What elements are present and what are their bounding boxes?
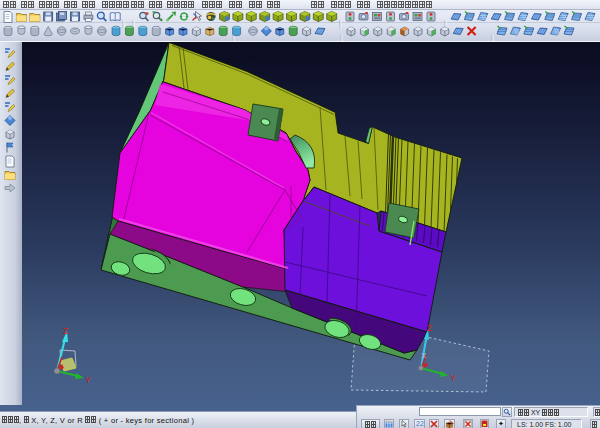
svg-text:Z: Z	[427, 323, 433, 333]
svg-text:Y: Y	[450, 373, 456, 383]
svg-text:Y: Y	[85, 375, 91, 385]
svg-text:Z: Z	[63, 326, 69, 336]
svg-text:X: X	[421, 351, 427, 360]
